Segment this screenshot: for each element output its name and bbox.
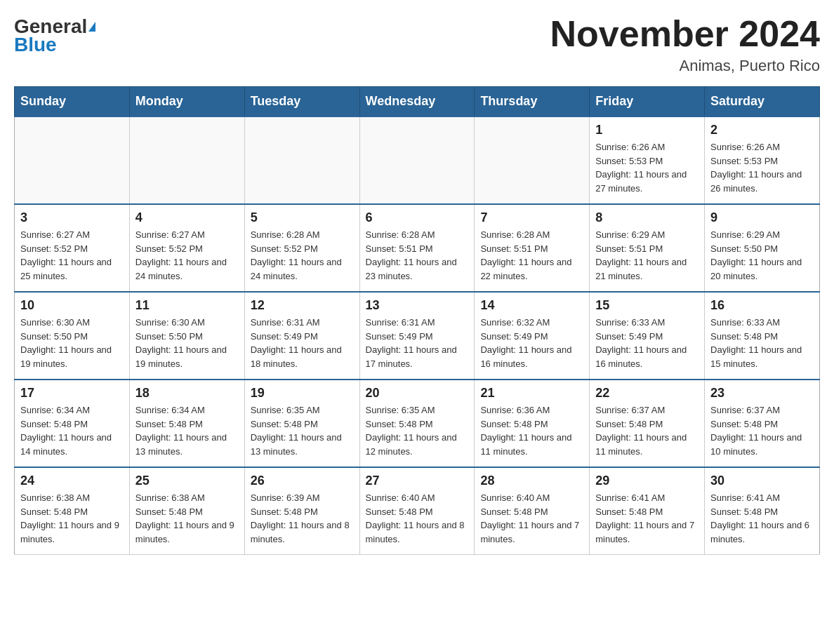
calendar-day-cell: 5Sunrise: 6:28 AMSunset: 5:52 PMDaylight… [244, 204, 359, 292]
calendar-day-cell: 13Sunrise: 6:31 AMSunset: 5:49 PMDayligh… [359, 292, 475, 380]
day-info: Sunrise: 6:26 AMSunset: 5:53 PMDaylight:… [710, 140, 814, 195]
calendar-day-cell [359, 116, 475, 204]
day-number: 13 [366, 298, 469, 313]
day-number: 16 [710, 298, 814, 313]
day-info: Sunrise: 6:28 AMSunset: 5:51 PMDaylight:… [366, 228, 469, 283]
day-info: Sunrise: 6:31 AMSunset: 5:49 PMDaylight:… [366, 316, 469, 370]
calendar-day-cell: 28Sunrise: 6:40 AMSunset: 5:48 PMDayligh… [475, 467, 590, 555]
calendar-day-cell: 3Sunrise: 6:27 AMSunset: 5:52 PMDaylight… [15, 204, 130, 292]
day-info: Sunrise: 6:41 AMSunset: 5:48 PMDaylight:… [710, 491, 814, 546]
day-number: 14 [480, 298, 583, 313]
day-info: Sunrise: 6:34 AMSunset: 5:48 PMDaylight:… [20, 403, 124, 458]
day-info: Sunrise: 6:39 AMSunset: 5:48 PMDaylight:… [251, 491, 354, 546]
calendar-week-row: 10Sunrise: 6:30 AMSunset: 5:50 PMDayligh… [15, 292, 820, 380]
day-number: 11 [135, 298, 239, 313]
calendar-table: SundayMondayTuesdayWednesdayThursdayFrid… [14, 86, 820, 555]
day-number: 30 [710, 474, 814, 488]
day-number: 17 [20, 386, 124, 401]
logo-blue-text: Blue [14, 35, 57, 55]
calendar-day-cell: 20Sunrise: 6:35 AMSunset: 5:48 PMDayligh… [359, 380, 475, 467]
day-info: Sunrise: 6:33 AMSunset: 5:48 PMDaylight:… [710, 316, 814, 370]
day-info: Sunrise: 6:40 AMSunset: 5:48 PMDaylight:… [366, 491, 469, 546]
weekday-header-wednesday: Wednesday [359, 87, 475, 117]
day-number: 7 [480, 210, 583, 225]
calendar-day-cell: 11Sunrise: 6:30 AMSunset: 5:50 PMDayligh… [129, 292, 244, 380]
weekday-header-monday: Monday [129, 87, 244, 117]
day-number: 5 [251, 210, 354, 225]
calendar-day-cell: 22Sunrise: 6:37 AMSunset: 5:48 PMDayligh… [590, 380, 705, 467]
logo-triangle-icon [88, 22, 95, 32]
title-area: November 2024 Animas, Puerto Rico [550, 14, 820, 75]
day-number: 8 [595, 210, 699, 225]
day-info: Sunrise: 6:38 AMSunset: 5:48 PMDaylight:… [20, 491, 124, 546]
calendar-day-cell: 14Sunrise: 6:32 AMSunset: 5:49 PMDayligh… [475, 292, 590, 380]
day-info: Sunrise: 6:32 AMSunset: 5:49 PMDaylight:… [480, 316, 583, 370]
month-title: November 2024 [550, 14, 820, 54]
day-number: 19 [251, 386, 354, 401]
day-number: 21 [480, 386, 583, 401]
day-number: 24 [20, 474, 124, 488]
day-info: Sunrise: 6:30 AMSunset: 5:50 PMDaylight:… [20, 316, 124, 370]
day-number: 27 [366, 474, 469, 488]
calendar-day-cell: 24Sunrise: 6:38 AMSunset: 5:48 PMDayligh… [15, 467, 130, 555]
day-info: Sunrise: 6:29 AMSunset: 5:51 PMDaylight:… [595, 228, 699, 283]
calendar-day-cell: 30Sunrise: 6:41 AMSunset: 5:48 PMDayligh… [705, 467, 820, 555]
calendar-day-cell: 26Sunrise: 6:39 AMSunset: 5:48 PMDayligh… [244, 467, 359, 555]
day-info: Sunrise: 6:41 AMSunset: 5:48 PMDaylight:… [595, 491, 699, 546]
day-info: Sunrise: 6:27 AMSunset: 5:52 PMDaylight:… [20, 228, 124, 283]
day-number: 22 [595, 386, 699, 401]
calendar-day-cell: 7Sunrise: 6:28 AMSunset: 5:51 PMDaylight… [475, 204, 590, 292]
calendar-day-cell: 27Sunrise: 6:40 AMSunset: 5:48 PMDayligh… [359, 467, 475, 555]
calendar-day-cell: 10Sunrise: 6:30 AMSunset: 5:50 PMDayligh… [15, 292, 130, 380]
calendar-day-cell: 17Sunrise: 6:34 AMSunset: 5:48 PMDayligh… [15, 380, 130, 467]
calendar-day-cell [244, 116, 359, 204]
day-info: Sunrise: 6:40 AMSunset: 5:48 PMDaylight:… [480, 491, 583, 546]
calendar-week-row: 17Sunrise: 6:34 AMSunset: 5:48 PMDayligh… [15, 380, 820, 467]
day-number: 28 [480, 474, 583, 488]
day-info: Sunrise: 6:35 AMSunset: 5:48 PMDaylight:… [251, 403, 354, 458]
day-info: Sunrise: 6:27 AMSunset: 5:52 PMDaylight:… [135, 228, 239, 283]
day-number: 23 [710, 386, 814, 401]
weekday-header-row: SundayMondayTuesdayWednesdayThursdayFrid… [15, 87, 820, 117]
day-info: Sunrise: 6:38 AMSunset: 5:48 PMDaylight:… [135, 491, 239, 546]
day-number: 9 [710, 210, 814, 225]
day-number: 20 [366, 386, 469, 401]
calendar-day-cell: 12Sunrise: 6:31 AMSunset: 5:49 PMDayligh… [244, 292, 359, 380]
weekday-header-thursday: Thursday [475, 87, 590, 117]
day-number: 3 [20, 210, 124, 225]
weekday-header-tuesday: Tuesday [244, 87, 359, 117]
calendar-day-cell: 6Sunrise: 6:28 AMSunset: 5:51 PMDaylight… [359, 204, 475, 292]
day-info: Sunrise: 6:33 AMSunset: 5:49 PMDaylight:… [595, 316, 699, 370]
weekday-header-saturday: Saturday [705, 87, 820, 117]
day-info: Sunrise: 6:28 AMSunset: 5:52 PMDaylight:… [251, 228, 354, 283]
calendar-day-cell: 19Sunrise: 6:35 AMSunset: 5:48 PMDayligh… [244, 380, 359, 467]
day-number: 4 [135, 210, 239, 225]
calendar-day-cell: 16Sunrise: 6:33 AMSunset: 5:48 PMDayligh… [705, 292, 820, 380]
day-number: 10 [20, 298, 124, 313]
day-info: Sunrise: 6:37 AMSunset: 5:48 PMDaylight:… [710, 403, 814, 458]
weekday-header-sunday: Sunday [15, 87, 130, 117]
calendar-week-row: 24Sunrise: 6:38 AMSunset: 5:48 PMDayligh… [15, 467, 820, 555]
day-info: Sunrise: 6:36 AMSunset: 5:48 PMDaylight:… [480, 403, 583, 458]
location-title: Animas, Puerto Rico [550, 57, 820, 75]
weekday-header-friday: Friday [590, 87, 705, 117]
day-number: 15 [595, 298, 699, 313]
day-info: Sunrise: 6:29 AMSunset: 5:50 PMDaylight:… [710, 228, 814, 283]
calendar-day-cell: 18Sunrise: 6:34 AMSunset: 5:48 PMDayligh… [129, 380, 244, 467]
day-info: Sunrise: 6:26 AMSunset: 5:53 PMDaylight:… [595, 140, 699, 195]
day-info: Sunrise: 6:31 AMSunset: 5:49 PMDaylight:… [251, 316, 354, 370]
calendar-week-row: 1Sunrise: 6:26 AMSunset: 5:53 PMDaylight… [15, 116, 820, 204]
day-number: 12 [251, 298, 354, 313]
calendar-day-cell: 1Sunrise: 6:26 AMSunset: 5:53 PMDaylight… [590, 116, 705, 204]
calendar-week-row: 3Sunrise: 6:27 AMSunset: 5:52 PMDaylight… [15, 204, 820, 292]
calendar-day-cell [129, 116, 244, 204]
day-number: 29 [595, 474, 699, 488]
page-header: General Blue November 2024 Animas, Puert… [14, 14, 820, 75]
day-info: Sunrise: 6:37 AMSunset: 5:48 PMDaylight:… [595, 403, 699, 458]
calendar-day-cell: 4Sunrise: 6:27 AMSunset: 5:52 PMDaylight… [129, 204, 244, 292]
calendar-day-cell: 9Sunrise: 6:29 AMSunset: 5:50 PMDaylight… [705, 204, 820, 292]
day-number: 18 [135, 386, 239, 401]
calendar-day-cell [475, 116, 590, 204]
calendar-day-cell: 15Sunrise: 6:33 AMSunset: 5:49 PMDayligh… [590, 292, 705, 380]
day-info: Sunrise: 6:35 AMSunset: 5:48 PMDaylight:… [366, 403, 469, 458]
